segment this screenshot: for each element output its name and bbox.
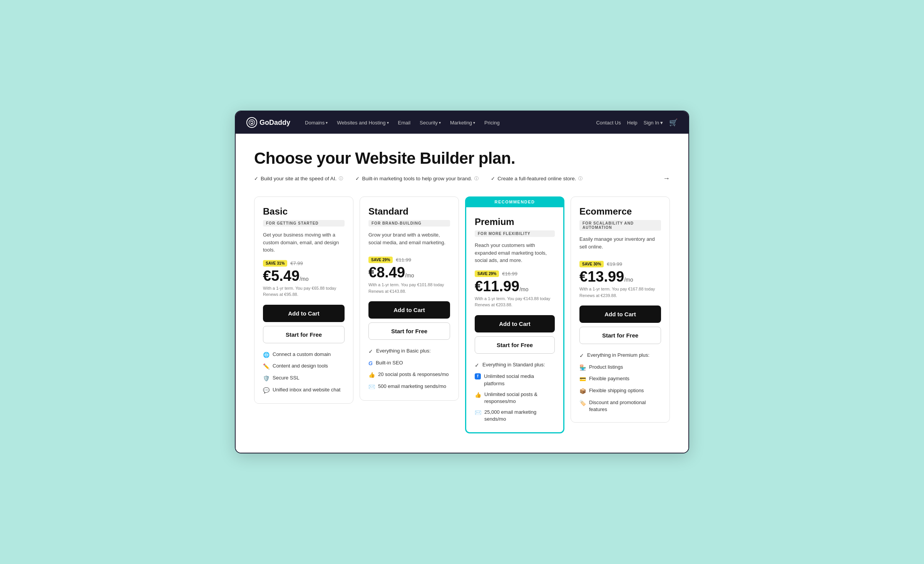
start-for-free-ecommerce[interactable]: Start for Free [579, 327, 661, 344]
list-item: GBuilt-in SEO [368, 359, 450, 368]
current-price-ecommerce: €13.99/mo [579, 269, 661, 285]
list-item: ✓Everything in Standard plus: [475, 361, 555, 369]
sign-in-button[interactable]: Sign In ▾ [644, 120, 663, 126]
features-arrow[interactable]: → [663, 175, 670, 183]
nav-email[interactable]: Email [394, 117, 415, 129]
plan-name-basic: Basic [263, 206, 345, 217]
list-item: 💳Flexible payments [579, 375, 661, 383]
feature-item-1: ✓ Built-in marketing tools to help grow … [355, 176, 479, 181]
plan-card-basic: Basic FOR GETTING STARTED Get your busin… [254, 196, 353, 404]
email-icon: ✉️ [475, 409, 481, 417]
feature-item-0: ✓ Build your site at the speed of AI. ⓘ [254, 176, 343, 181]
chevron-down-icon: ▾ [660, 120, 663, 126]
features-list-ecommerce: ✓Everything in Premium plus: 🏪Product li… [579, 352, 661, 413]
start-for-free-basic[interactable]: Start for Free [263, 326, 345, 343]
original-price-standard: €11.99 [396, 257, 411, 263]
price-row-premium: SAVE 29% €16.99 [475, 270, 555, 277]
list-item: 💬Unified inbox and website chat [263, 386, 345, 394]
help-link[interactable]: Help [627, 120, 638, 126]
plan-description-premium: Reach your customers with expanded email… [475, 242, 555, 264]
main-content: Choose your Website Builder plan. ✓ Buil… [236, 134, 688, 452]
add-to-cart-premium[interactable]: Add to Cart [475, 315, 555, 332]
plan-description-standard: Grow your brand with a website, social m… [368, 231, 450, 250]
info-icon-0[interactable]: ⓘ [339, 176, 343, 181]
feature-item-2: ✓ Create a full-featured online store. ⓘ [491, 176, 583, 181]
globe-icon: 🌐 [263, 351, 270, 359]
navbar: GoDaddy Domains ▾ Websites and Hosting ▾… [236, 111, 688, 134]
nav-pricing[interactable]: Pricing [480, 117, 504, 129]
google-icon: G [368, 360, 373, 368]
features-list-basic: 🌐Connect a custom domain ✏️Content and d… [263, 351, 345, 394]
nav-domains[interactable]: Domains ▾ [301, 117, 331, 129]
nav-websites[interactable]: Websites and Hosting ▾ [333, 117, 392, 129]
plan-name-ecommerce: Ecommerce [579, 206, 661, 217]
brand-name: GoDaddy [259, 119, 290, 127]
info-icon-1[interactable]: ⓘ [474, 176, 479, 181]
price-note-standard: With a 1-yr term. You pay €101.88 todayR… [368, 282, 450, 294]
price-row-basic: SAVE 31% €7.99 [263, 260, 345, 267]
plan-subtitle-premium: FOR MORE FLEXIBILITY [475, 230, 555, 237]
price-note-ecommerce: With a 1-yr term. You pay €167.88 todayR… [579, 286, 661, 299]
plan-subtitle-ecommerce: FOR SCALABILITY AND AUTOMATION [579, 220, 661, 231]
save-badge-basic: SAVE 31% [263, 260, 287, 267]
store-icon: 🏪 [579, 364, 586, 372]
plan-description-basic: Get your business moving with a custom d… [263, 231, 345, 254]
add-to-cart-standard[interactable]: Add to Cart [368, 301, 450, 319]
logo-icon [246, 117, 257, 128]
check-icon: ✓ [475, 362, 479, 369]
current-price-premium: €11.99/mo [475, 279, 555, 295]
save-badge-premium: SAVE 29% [475, 270, 499, 277]
start-for-free-standard[interactable]: Start for Free [368, 322, 450, 340]
features-bar: ✓ Build your site at the speed of AI. ⓘ … [254, 175, 670, 183]
chevron-icon: ▾ [326, 121, 328, 125]
facebook-icon: f [475, 373, 481, 379]
check-icon: ✓ [491, 176, 495, 181]
price-row-standard: SAVE 29% €11.99 [368, 257, 450, 263]
info-icon-2[interactable]: ⓘ [578, 176, 583, 181]
list-item: 📦Flexible shipping options [579, 387, 661, 395]
current-price-standard: €8.49/mo [368, 265, 450, 281]
nav-right: Contact Us Help Sign In ▾ 🛒 [596, 118, 678, 127]
price-row-ecommerce: SAVE 30% €19.99 [579, 261, 661, 267]
original-price-premium: €16.99 [502, 271, 517, 277]
pricing-grid: Basic FOR GETTING STARTED Get your busin… [254, 196, 670, 433]
plan-subtitle-basic: FOR GETTING STARTED [263, 220, 345, 227]
svg-point-0 [249, 120, 255, 126]
email-icon: ✉️ [368, 383, 375, 391]
chevron-icon: ▾ [387, 121, 389, 125]
shield-icon: 🛡️ [263, 375, 270, 383]
list-item: 🛡️Secure SSL [263, 374, 345, 383]
list-item: 👍20 social posts & responses/mo [368, 371, 450, 379]
navbar-brand: GoDaddy [246, 117, 290, 128]
list-item: ✓Everything in Basic plus: [368, 347, 450, 356]
add-to-cart-basic[interactable]: Add to Cart [263, 305, 345, 322]
nav-security[interactable]: Security ▾ [416, 117, 445, 129]
list-item: fUnlimited social media platforms [475, 373, 555, 387]
social-icon: 👍 [475, 391, 481, 399]
social-icon: 👍 [368, 371, 375, 379]
contact-us-link[interactable]: Contact Us [596, 120, 621, 126]
godaddy-logo[interactable]: GoDaddy [246, 117, 290, 128]
recommended-badge: RECOMMENDED [465, 196, 564, 207]
plan-name-standard: Standard [368, 206, 450, 217]
payments-icon: 💳 [579, 376, 586, 383]
save-badge-standard: SAVE 29% [368, 257, 393, 263]
check-icon: ✓ [355, 176, 360, 181]
list-item: ✓Everything in Premium plus: [579, 352, 661, 360]
chevron-icon: ▾ [439, 121, 441, 125]
plan-card-standard: Standard FOR BRAND-BUILDING Grow your br… [360, 196, 459, 400]
original-price-basic: €7.99 [290, 260, 303, 266]
start-for-free-premium[interactable]: Start for Free [475, 336, 555, 354]
list-item: 🏪Product listings [579, 364, 661, 372]
nav-marketing[interactable]: Marketing ▾ [446, 117, 479, 129]
cart-icon[interactable]: 🛒 [669, 118, 678, 127]
add-to-cart-ecommerce[interactable]: Add to Cart [579, 306, 661, 323]
nav-links: Domains ▾ Websites and Hosting ▾ Email S… [301, 117, 596, 129]
price-note-premium: With a 1-yr term. You pay €143.88 todayR… [475, 295, 555, 308]
list-item: ✏️Content and design tools [263, 363, 345, 371]
check-icon: ✓ [579, 352, 584, 360]
plan-subtitle-standard: FOR BRAND-BUILDING [368, 220, 450, 227]
edit-icon: ✏️ [263, 363, 270, 371]
discount-icon: 🏷️ [579, 400, 586, 407]
features-list-premium: ✓Everything in Standard plus: fUnlimited… [475, 361, 555, 423]
